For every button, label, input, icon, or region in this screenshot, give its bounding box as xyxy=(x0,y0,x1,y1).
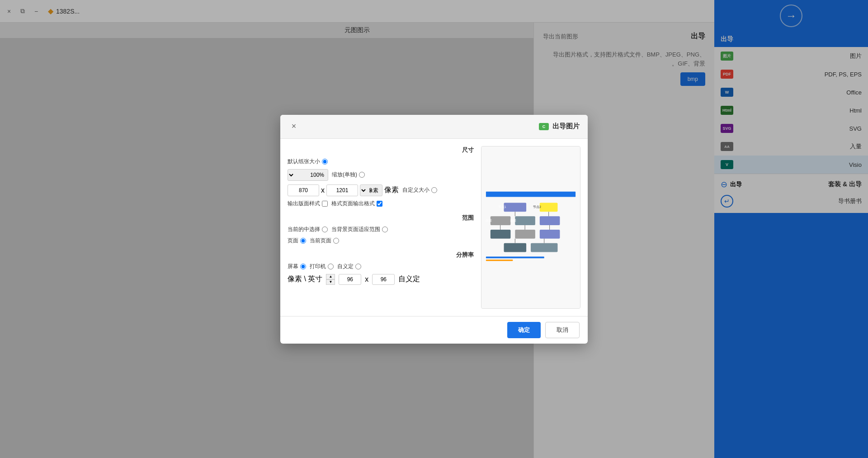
dialog-title-text: 出导图片 xyxy=(552,122,580,131)
times-label: x xyxy=(321,186,325,194)
size-border-text: 默认纸张大小 xyxy=(288,158,320,165)
size-row-border: 默认纸张大小 xyxy=(288,158,474,165)
zoom-select[interactable]: 100% 150% 200% 50% xyxy=(288,169,328,181)
svg-rect-11 xyxy=(531,243,557,252)
res-print-text: 打印机 xyxy=(310,263,326,270)
zoom-select-wrapper: 100% 150% 200% 50% xyxy=(288,169,328,181)
dpi-spinner: ▲ ▼ xyxy=(326,274,335,285)
size-radio-zoom-input[interactable] xyxy=(359,172,365,178)
range-row1: 当背景页面适应范围 当前的中选择 xyxy=(288,226,474,233)
size-custom-text: 自定义大小 xyxy=(402,186,429,194)
dpi-unit-label: 像素 \ 英寸 xyxy=(288,274,322,284)
res-screen-text: 屏幕 xyxy=(288,263,298,270)
resolution-section: 分辨率 自义定 打印机 屏幕 xyxy=(288,251,474,285)
svg-rect-4 xyxy=(491,216,511,225)
checkbox-output-input[interactable] xyxy=(322,201,328,207)
range-radio-current-input[interactable] xyxy=(333,238,339,244)
svg-rect-7 xyxy=(491,229,511,238)
svg-rect-6 xyxy=(540,216,560,225)
svg-rect-0 xyxy=(481,146,580,308)
dialog-header: 出导图片 C × xyxy=(280,115,588,139)
svg-rect-2 xyxy=(504,203,527,212)
unit-label: 像素 xyxy=(384,185,399,195)
unit-select-wrapper: 像素 xyxy=(360,184,382,196)
dialog-footer: 取消 确定 xyxy=(280,316,588,344)
size-radio-border-input[interactable] xyxy=(322,159,328,165)
range-radio-current[interactable]: 当前页面 xyxy=(310,237,339,245)
dpi-input1[interactable] xyxy=(339,274,361,285)
svg-text:节点2: 节点2 xyxy=(533,205,541,209)
range-border-text: 当背景页面适应范围 xyxy=(331,226,380,233)
svg-rect-5 xyxy=(515,216,535,225)
range-section: 范围 当背景页面适应范围 当前的中选择 xyxy=(288,214,474,245)
res-radio-print[interactable]: 打印机 xyxy=(310,263,334,270)
res-radio-custom[interactable]: 自义定 xyxy=(337,263,361,270)
size-label: 尺寸 xyxy=(288,146,474,154)
custom-size-inputs: 像素 像素 x xyxy=(288,184,399,196)
dialog-title-area: 出导图片 C xyxy=(539,122,580,131)
cancel-button[interactable]: 取消 xyxy=(545,322,580,338)
range-row2: 当前页面 页面 xyxy=(288,237,474,245)
checkbox-output-text: 输出版面样式 xyxy=(288,200,320,208)
size-radio-custom-input[interactable] xyxy=(431,187,437,193)
checkbox-pagestyle-input[interactable] xyxy=(377,201,382,207)
dialog-close-button[interactable]: × xyxy=(288,121,299,132)
res-custom-text: 自义定 xyxy=(337,263,354,270)
svg-rect-10 xyxy=(504,243,527,252)
dialog-settings: 尺寸 默认纸张大小 缩放(单独) xyxy=(288,146,474,309)
confirm-button[interactable]: 确定 xyxy=(507,322,541,338)
svg-rect-1 xyxy=(486,191,576,197)
svg-rect-3 xyxy=(540,203,558,212)
size-row-custom: 自定义大小 像素 像素 x xyxy=(288,184,474,196)
auto-label: 自义定 xyxy=(398,274,420,284)
dialog-title-badge: C xyxy=(539,123,549,130)
range-radio-all-input[interactable] xyxy=(300,238,306,244)
svg-rect-19 xyxy=(486,256,544,258)
range-label: 范围 xyxy=(288,214,474,222)
svg-text:连接: 连接 xyxy=(510,219,516,222)
checkbox-output[interactable]: 输出版面样式 xyxy=(288,200,328,208)
size-radio-zoom[interactable]: 缩放(单独) xyxy=(332,171,365,179)
times-label2: x xyxy=(365,275,368,283)
svg-text:连接: 连接 xyxy=(486,219,492,222)
res-radio-screen[interactable]: 屏幕 xyxy=(288,263,306,270)
export-dialog: 出导图片 C × xyxy=(280,115,588,344)
size-row-zoom: 缩放(单独) 100% 150% 200% 50% xyxy=(288,169,474,181)
height-input[interactable] xyxy=(288,184,319,196)
res-row1: 自义定 打印机 屏幕 xyxy=(288,263,474,270)
dpi-up-button[interactable]: ▲ xyxy=(326,274,335,279)
svg-rect-9 xyxy=(540,229,560,238)
range-all-text: 页面 xyxy=(288,237,298,245)
size-radio-custom[interactable]: 自定义大小 xyxy=(402,186,437,194)
range-radio-border[interactable]: 当背景页面适应范围 xyxy=(331,226,388,233)
unit-select[interactable]: 像素 xyxy=(360,184,382,196)
res-radio-print-input[interactable] xyxy=(328,264,334,269)
dialog-body: 节点1 节点2 连接 连接 尺寸 默认纸张大小 xyxy=(280,139,588,316)
dpi-row: 自义定 x ▲ ▼ 像素 \ 英寸 xyxy=(288,274,474,285)
dpi-input2[interactable] xyxy=(372,274,395,285)
size-radio-border[interactable]: 默认纸张大小 xyxy=(288,158,328,165)
svg-text:节点1: 节点1 xyxy=(498,205,506,209)
checkbox-pagestyle[interactable]: 格式页面输出格式 xyxy=(331,200,382,208)
svg-rect-20 xyxy=(486,260,513,261)
range-radio-border-input[interactable] xyxy=(382,227,388,232)
range-current-text: 当前页面 xyxy=(310,237,331,245)
checkbox-pagestyle-text: 格式页面输出格式 xyxy=(331,200,375,208)
range-selection-text: 当前的中选择 xyxy=(288,226,320,233)
width-input[interactable] xyxy=(326,184,358,196)
dialog-overlay: 出导图片 C × xyxy=(0,0,868,458)
checkbox-row1: 格式页面输出格式 输出版面样式 xyxy=(288,200,474,208)
size-zoom-text: 缩放(单独) xyxy=(332,171,357,179)
range-radio-all[interactable]: 页面 xyxy=(288,237,306,245)
svg-rect-8 xyxy=(515,229,535,238)
diagram-preview: 节点1 节点2 连接 连接 xyxy=(481,146,580,309)
res-radio-custom-input[interactable] xyxy=(355,264,361,269)
range-radio-selection[interactable]: 当前的中选择 xyxy=(288,226,328,233)
dpi-down-button[interactable]: ▼ xyxy=(326,279,335,285)
range-radio-selection-input[interactable] xyxy=(322,227,328,232)
size-section: 尺寸 默认纸张大小 缩放(单独) xyxy=(288,146,474,208)
resolution-label: 分辨率 xyxy=(288,251,474,259)
res-radio-screen-input[interactable] xyxy=(300,264,306,269)
